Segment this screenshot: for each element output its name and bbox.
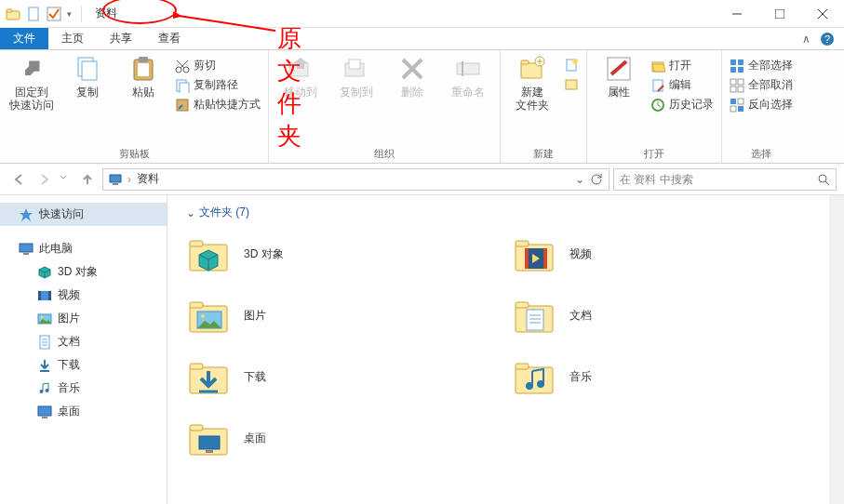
history-button[interactable]: 历史记录 xyxy=(650,97,714,113)
edit-button[interactable]: 编辑 xyxy=(650,77,714,93)
svg-rect-29 xyxy=(521,60,529,64)
svg-rect-33 xyxy=(566,80,577,89)
properties-button[interactable]: 属性 xyxy=(595,54,643,99)
pasteshortcut-button[interactable]: 粘贴快捷方式 xyxy=(175,97,261,113)
tab-share[interactable]: 共享 xyxy=(97,28,145,49)
svg-rect-41 xyxy=(738,67,744,73)
svg-rect-54 xyxy=(20,244,33,252)
svg-rect-12 xyxy=(82,61,97,80)
folder-desktop[interactable]: 桌面 xyxy=(186,416,456,460)
svg-rect-15 xyxy=(139,57,148,62)
cut-button[interactable]: 剪切 xyxy=(175,58,261,73)
paste-button[interactable]: 粘贴 xyxy=(119,54,167,99)
svg-rect-47 xyxy=(738,99,744,104)
tab-view[interactable]: 查看 xyxy=(145,28,194,49)
maximize-button[interactable] xyxy=(758,0,801,28)
folder-videos[interactable]: 视频 xyxy=(512,232,782,276)
tree-item-downloads[interactable]: 下载 xyxy=(0,353,167,377)
svg-rect-51 xyxy=(113,183,118,185)
newitem-button[interactable] xyxy=(564,58,579,73)
rename-button[interactable]: 重命名 xyxy=(444,54,492,99)
search-box[interactable] xyxy=(613,168,837,191)
qat-dropdown[interactable]: ▾ xyxy=(67,9,72,19)
selectinvert-button[interactable]: 反向选择 xyxy=(730,97,793,113)
svg-rect-14 xyxy=(138,63,149,76)
svg-rect-96 xyxy=(199,436,220,449)
folder-documents[interactable]: 文档 xyxy=(512,293,782,338)
nav-tree: 快速访问 此电脑 3D 对象 视频 图片 文档 下载 音乐 桌面 xyxy=(0,195,167,504)
copy-button[interactable]: 复制 xyxy=(63,54,112,99)
svg-rect-26 xyxy=(457,63,479,74)
svg-rect-46 xyxy=(730,99,736,104)
selectall-button[interactable]: 全部选择 xyxy=(730,58,793,73)
svg-rect-25 xyxy=(349,60,360,69)
help-icon[interactable]: ? xyxy=(820,32,835,46)
tree-item-pictures[interactable]: 图片 xyxy=(0,307,167,330)
copypath-button[interactable]: 复制路径 xyxy=(175,77,261,93)
newfolder-button[interactable]: 新建 文件夹 xyxy=(508,54,556,112)
search-icon[interactable] xyxy=(817,173,830,186)
delete-button[interactable]: 删除 xyxy=(388,54,436,99)
folder-qat-icon[interactable] xyxy=(6,7,20,21)
tree-item-music[interactable]: 音乐 xyxy=(0,377,167,400)
tree-item-desktop[interactable]: 桌面 xyxy=(0,400,167,423)
minimize-button[interactable] xyxy=(716,0,758,28)
tree-item-videos[interactable]: 视频 xyxy=(0,284,167,307)
selectnone-button[interactable]: 全部取消 xyxy=(730,77,793,93)
group-label-select: 选择 xyxy=(751,147,771,163)
up-button[interactable] xyxy=(76,168,99,191)
svg-rect-76 xyxy=(543,248,547,269)
tree-item-3dobjects[interactable]: 3D 对象 xyxy=(0,260,167,284)
group-label-new: 新建 xyxy=(533,147,554,163)
svg-rect-68 xyxy=(38,406,51,416)
back-button[interactable] xyxy=(7,168,30,191)
svg-line-53 xyxy=(825,181,829,185)
svg-rect-82 xyxy=(516,302,529,308)
title-bar: ▾ 资料 xyxy=(0,0,844,28)
copyto-button[interactable]: 复制到 xyxy=(332,54,381,99)
easyaccess-button[interactable] xyxy=(564,76,579,91)
svg-rect-21 xyxy=(180,83,189,93)
tab-home[interactable]: 主页 xyxy=(48,28,97,49)
open-button[interactable]: 打开 xyxy=(650,58,714,73)
tree-item-documents[interactable]: 文档 xyxy=(0,330,167,353)
address-text: 资料 xyxy=(137,171,569,187)
close-button[interactable] xyxy=(801,0,844,28)
svg-point-80 xyxy=(201,314,205,318)
svg-text:?: ? xyxy=(824,33,830,45)
group-label-organize: 组织 xyxy=(374,147,395,163)
pin-quickaccess-button[interactable]: 固定到 快速访问 xyxy=(7,54,56,112)
ribbon-tabs: 文件 主页 共享 查看 ∧ ? xyxy=(0,28,844,50)
svg-rect-43 xyxy=(738,79,744,85)
tree-thispc[interactable]: 此电脑 xyxy=(0,237,167,260)
group-select: 全部选择 全部取消 反向选择 选择 xyxy=(722,50,800,163)
address-bar[interactable]: › 资料 ⌄ xyxy=(102,168,610,191)
tree-quickaccess[interactable]: 快速访问 xyxy=(0,203,167,226)
group-open: 属性 打开 编辑 历史记录 打开 xyxy=(587,50,722,163)
svg-rect-44 xyxy=(730,86,736,92)
tab-file[interactable]: 文件 xyxy=(0,28,48,49)
group-label-open: 打开 xyxy=(644,147,664,163)
refresh-icon[interactable] xyxy=(590,173,603,186)
group-organize: 移动到 复制到 删除 重命名 组织 xyxy=(269,50,501,163)
forward-button[interactable] xyxy=(33,168,56,191)
group-new: 新建 文件夹 新建 xyxy=(501,50,587,163)
document-qat-icon[interactable] xyxy=(26,7,41,21)
scrollbar[interactable] xyxy=(829,195,844,504)
folder-3dobjects[interactable]: 3D 对象 xyxy=(186,232,456,276)
search-input[interactable] xyxy=(620,173,817,186)
moveto-button[interactable]: 移动到 xyxy=(276,54,325,99)
address-dropdown[interactable]: ⌄ xyxy=(575,173,584,186)
svg-rect-73 xyxy=(516,241,529,246)
recent-button[interactable] xyxy=(60,168,73,191)
ribbon-collapse-icon[interactable]: ∧ xyxy=(802,33,811,46)
folder-pictures[interactable]: 图片 xyxy=(186,293,456,338)
section-header[interactable]: ⌄ 文件夹 (7) xyxy=(186,205,825,220)
svg-point-52 xyxy=(819,175,826,182)
checkmark-qat-icon[interactable] xyxy=(47,7,61,21)
folder-downloads[interactable]: 下载 xyxy=(186,354,456,399)
svg-rect-45 xyxy=(738,86,744,92)
svg-point-60 xyxy=(41,315,44,318)
svg-rect-49 xyxy=(738,106,744,112)
folder-music[interactable]: 音乐 xyxy=(512,354,782,399)
